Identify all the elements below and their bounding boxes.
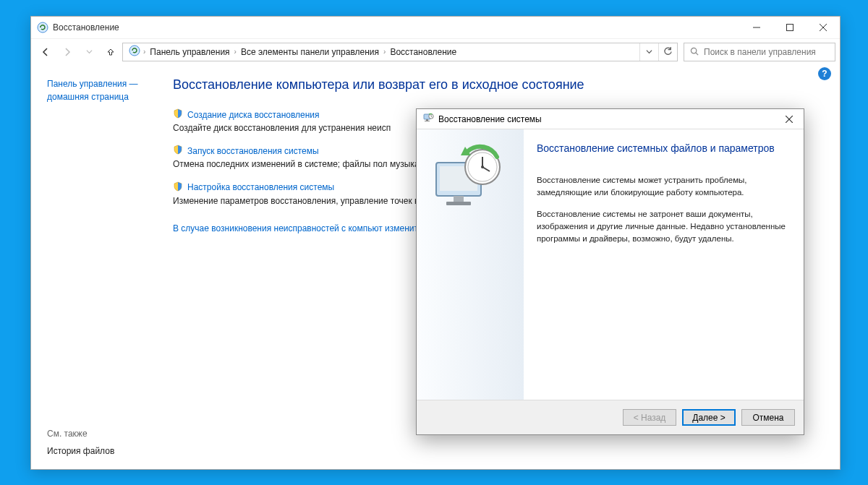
- svg-point-6: [691, 48, 696, 53]
- svg-point-22: [481, 166, 484, 168]
- recent-dropdown[interactable]: [79, 42, 99, 62]
- recovery-icon: [129, 45, 140, 59]
- shield-icon: [173, 145, 183, 157]
- dialog-paragraph-2: Восстановление системы не затронет ваши …: [537, 208, 791, 244]
- svg-rect-2: [787, 25, 793, 31]
- breadcrumb-control-panel[interactable]: Панель управления: [145, 47, 234, 57]
- open-system-restore-link[interactable]: Запуск восстановления системы: [187, 146, 319, 156]
- recovery-icon: [37, 22, 48, 33]
- svg-point-5: [129, 46, 140, 56]
- dialog-content: Восстановление системных файлов и параме…: [524, 129, 804, 400]
- file-history-link[interactable]: История файлов: [47, 446, 114, 456]
- svg-rect-16: [454, 196, 464, 202]
- dialog-close-button[interactable]: [780, 112, 798, 126]
- window-title: Восстановление: [53, 22, 119, 33]
- monitor-clock-icon: [430, 142, 510, 215]
- page-heading: Восстановление компьютера или возврат ег…: [173, 77, 820, 93]
- shield-icon: [173, 108, 183, 121]
- address-dropdown[interactable]: [639, 43, 658, 61]
- dialog-footer: < Назад Далее > Отмена: [417, 400, 804, 434]
- forward-button[interactable]: [57, 42, 77, 62]
- address-bar: › Панель управления › Все элементы панел…: [31, 38, 840, 64]
- search-placeholder: Поиск в панели управления: [704, 47, 816, 57]
- restore-icon: [422, 112, 434, 126]
- breadcrumb-box[interactable]: › Панель управления › Все элементы панел…: [122, 43, 678, 61]
- dialog-title: Восстановление системы: [438, 114, 542, 124]
- svg-rect-10: [425, 121, 430, 121]
- configure-system-restore-link[interactable]: Настройка восстановления системы: [187, 182, 334, 192]
- create-recovery-drive-link[interactable]: Создание диска восстановления: [187, 110, 320, 120]
- up-button[interactable]: [101, 42, 121, 62]
- see-also-label: См. также: [47, 429, 88, 439]
- titlebar[interactable]: Восстановление: [31, 17, 840, 38]
- svg-line-7: [696, 53, 698, 55]
- refresh-button[interactable]: [658, 43, 677, 61]
- cancel-button[interactable]: Отмена: [741, 409, 795, 426]
- svg-rect-9: [426, 119, 428, 121]
- dialog-titlebar[interactable]: Восстановление системы: [417, 109, 804, 129]
- maximize-button[interactable]: [773, 17, 807, 38]
- dialog-body: Восстановление системных файлов и параме…: [417, 129, 804, 400]
- next-button[interactable]: Далее >: [682, 409, 736, 426]
- shield-icon: [173, 181, 183, 194]
- help-icon[interactable]: ?: [818, 67, 831, 80]
- search-input[interactable]: Поиск в панели управления: [684, 43, 835, 61]
- control-panel-home-link[interactable]: Панель управления — домашняя страница: [47, 77, 164, 103]
- close-button[interactable]: [807, 17, 840, 38]
- breadcrumb-all-items[interactable]: Все элементы панели управления: [237, 47, 383, 57]
- svg-point-0: [38, 22, 48, 33]
- minimize-button[interactable]: [740, 17, 773, 38]
- breadcrumb-recovery[interactable]: Восстановление: [386, 47, 461, 57]
- dialog-paragraph-1: Восстановление системы может устранить п…: [537, 174, 791, 198]
- sidebar: Панель управления — домашняя страница См…: [31, 64, 173, 469]
- search-icon: [690, 47, 699, 56]
- troubleshoot-link[interactable]: В случае возникновения неисправностей с …: [173, 222, 437, 235]
- dialog-heading: Восстановление системных файлов и параме…: [537, 142, 791, 154]
- back-button: < Назад: [623, 409, 676, 426]
- svg-rect-17: [446, 202, 471, 205]
- back-button[interactable]: [35, 42, 56, 62]
- system-restore-dialog: Восстановление системы: [416, 108, 804, 435]
- dialog-illustration-panel: [417, 129, 524, 400]
